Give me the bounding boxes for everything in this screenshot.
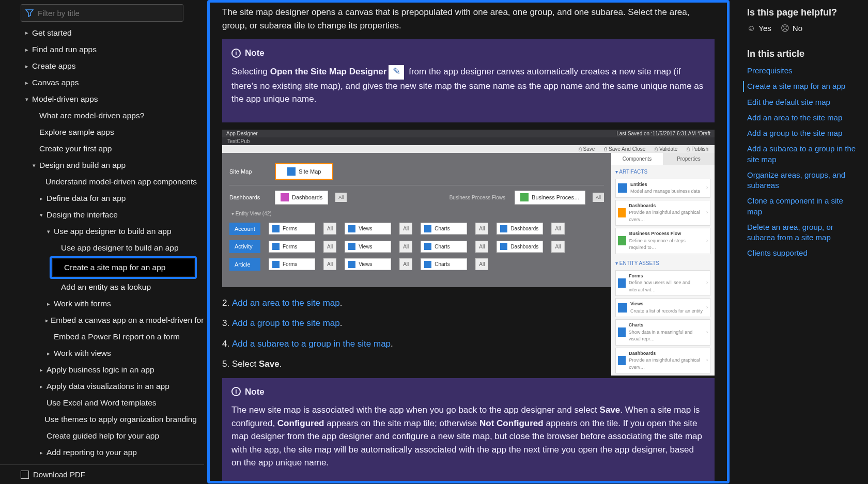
nav-item[interactable]: Use Excel and Word templates — [21, 395, 197, 411]
toc-link[interactable]: Organize areas, groups, and subareas — [747, 170, 845, 190]
toc-link[interactable]: Edit the default site map — [747, 98, 830, 106]
nav-item-label: Canvas apps — [32, 76, 79, 89]
nav-item[interactable]: Understand model-driven app components — [21, 174, 197, 190]
nav-item[interactable]: Add an entity as a lookup — [21, 279, 197, 295]
smile-icon: ☺ — [747, 24, 755, 33]
toc-link[interactable]: Add a group to the site map — [747, 129, 842, 137]
nav-item[interactable]: ▸Work with forms — [21, 295, 197, 312]
nav-item-label: Add reporting to your app — [47, 446, 137, 459]
nav-item[interactable]: Use themes to apply organization brandin… — [21, 411, 197, 428]
note1-label: Note — [245, 46, 265, 60]
toc-link[interactable]: Prerequisites — [747, 66, 793, 75]
nav-item-label: Create guided help for your app — [47, 430, 159, 442]
toc-link[interactable]: Clients supported — [747, 248, 808, 257]
nav-item-label: What are model-driven apps? — [39, 110, 144, 122]
chevron-right-icon: ▸ — [24, 28, 30, 37]
nav-item-label: Work with forms — [54, 298, 111, 310]
nav-item-label: Embed a canvas app on a model-driven for… — [51, 314, 204, 326]
nav-item-label: Understand model-driven app components — [45, 176, 197, 188]
chevron-right-icon: ▸ — [45, 316, 49, 325]
nav-item[interactable]: Embed a Power BI report on a form — [21, 329, 197, 345]
nav-item[interactable]: ▸Create apps — [21, 58, 197, 74]
toc-item: Create a site map for an app — [743, 81, 857, 91]
intro-paragraph: The site map designer opens a canvas tha… — [222, 6, 715, 32]
step4-link[interactable]: Add a subarea to a group in the site map — [232, 339, 391, 349]
toc-link[interactable]: Add an area to the site map — [747, 113, 842, 122]
note1-text: Selecting Open the Site Map Designer fro… — [231, 65, 705, 106]
download-icon — [21, 471, 29, 479]
nav-item-label: Apply business logic in an app — [47, 364, 154, 376]
filter-input[interactable] — [38, 9, 179, 18]
nav-item-label: Validate and publish an app — [39, 463, 137, 464]
nav-item-label: Use app designer to build an app — [54, 225, 172, 238]
toc-title: In this article — [747, 49, 857, 59]
main-content-column: The site map designer opens a canvas tha… — [204, 0, 733, 484]
nav-item-label: Explore sample apps — [39, 126, 114, 138]
nav-item[interactable]: ▸Get started — [21, 25, 197, 41]
helpful-yes[interactable]: ☺ Yes — [747, 24, 771, 33]
nav-item-label: Design the interface — [47, 209, 118, 221]
note-box-2: i Note The new site map is associated wi… — [222, 378, 715, 484]
step3-link[interactable]: Add a group to the site map — [232, 318, 340, 328]
toc-link[interactable]: Add a subarea to a group in the site map — [747, 144, 856, 163]
nav-item[interactable]: Create your first app — [21, 140, 197, 157]
helpful-title: Is this page helpful? — [747, 7, 857, 18]
toc-list: PrerequisitesCreate a site map for an ap… — [747, 66, 857, 259]
chevron-right-icon: ▸ — [24, 79, 30, 87]
nav-item-label: Embed a Power BI report on a form — [54, 331, 180, 343]
nav-item[interactable]: ▸Add reporting to your app — [21, 444, 197, 461]
note-box-1: i Note Selecting Open the Site Map Desig… — [222, 39, 715, 122]
nav-item[interactable]: ▾Design the interface — [21, 207, 197, 223]
nav-tree[interactable]: ▸Get started▸Find and run apps▸Create ap… — [0, 25, 204, 464]
step2-link[interactable]: Add an area to the site map — [232, 298, 340, 308]
nav-item[interactable]: ▾Model-driven apps — [21, 91, 197, 107]
nav-item-label: Use themes to apply organization brandin… — [44, 413, 197, 426]
nav-item[interactable]: What are model-driven apps? — [21, 107, 197, 124]
nav-item-label: Find and run apps — [32, 43, 97, 56]
chevron-right-icon: ▸ — [38, 366, 44, 374]
nav-item[interactable]: ▾Design and build an app — [21, 157, 197, 174]
nav-item[interactable]: ▾Use app designer to build an app — [21, 223, 197, 240]
filter-box[interactable] — [21, 4, 183, 22]
nav-item-label: Get started — [32, 27, 72, 39]
nav-item[interactable]: ▸Embed a canvas app on a model-driven fo… — [21, 312, 197, 329]
chevron-right-icon: ▸ — [38, 382, 44, 391]
nav-item-label: Use Excel and Word templates — [47, 397, 157, 409]
app-designer-screenshot: App Designer Last Saved on :11/5/2017 6:… — [222, 130, 715, 287]
chevron-right-icon: ▸ — [45, 300, 52, 308]
frown-icon: ☹ — [781, 23, 789, 33]
nav-item[interactable]: ▸Find and run apps — [21, 41, 197, 58]
toc-item: Clients supported — [747, 248, 857, 258]
nav-item[interactable]: ▸Canvas apps — [21, 74, 197, 91]
left-sidebar: ▸Get started▸Find and run apps▸Create ap… — [0, 0, 204, 484]
right-sidebar: Is this page helpful? ☺ Yes ☹ No In this… — [733, 0, 868, 484]
info-icon: i — [231, 49, 241, 58]
nav-item[interactable]: ▸Work with views — [21, 345, 197, 362]
chevron-right-icon: ▸ — [45, 349, 52, 358]
nav-item[interactable]: Validate and publish an app — [21, 461, 197, 464]
download-pdf-link[interactable]: Download PDF — [0, 464, 204, 484]
toc-link[interactable]: Create a site map for an app — [747, 82, 845, 90]
nav-item[interactable]: ▸Apply data visualizations in an app — [21, 378, 197, 395]
toc-item: Add an area to the site map — [747, 113, 857, 123]
pencil-icon — [389, 65, 404, 80]
nav-item-selected[interactable]: Create a site map for an app — [53, 259, 194, 276]
nav-item-label: Define data for an app — [47, 192, 126, 205]
helpful-no[interactable]: ☹ No — [781, 23, 802, 33]
nav-item-label: Create apps — [32, 60, 75, 72]
toc-item: Add a group to the site map — [747, 128, 857, 138]
nav-item[interactable]: Create guided help for your app — [21, 428, 197, 444]
nav-item[interactable]: Explore sample apps — [21, 124, 197, 140]
nav-item-label: Design and build an app — [39, 159, 126, 171]
toc-link[interactable]: Delete an area, group, or subarea from a… — [747, 223, 833, 242]
nav-item-label: Use app designer to build an app — [61, 242, 179, 254]
toc-item: Clone a component in a site map — [747, 196, 857, 217]
nav-item-label: Create your first app — [39, 143, 112, 155]
chevron-down-icon: ▾ — [31, 161, 37, 170]
toc-link[interactable]: Clone a component in a site map — [747, 196, 843, 215]
toc-item: Edit the default site map — [747, 97, 857, 107]
nav-item[interactable]: ▸Define data for an app — [21, 190, 197, 207]
content-highlight-frame: The site map designer opens a canvas tha… — [207, 0, 730, 483]
nav-item[interactable]: Use app designer to build an app — [21, 240, 197, 256]
nav-item[interactable]: ▸Apply business logic in an app — [21, 362, 197, 378]
